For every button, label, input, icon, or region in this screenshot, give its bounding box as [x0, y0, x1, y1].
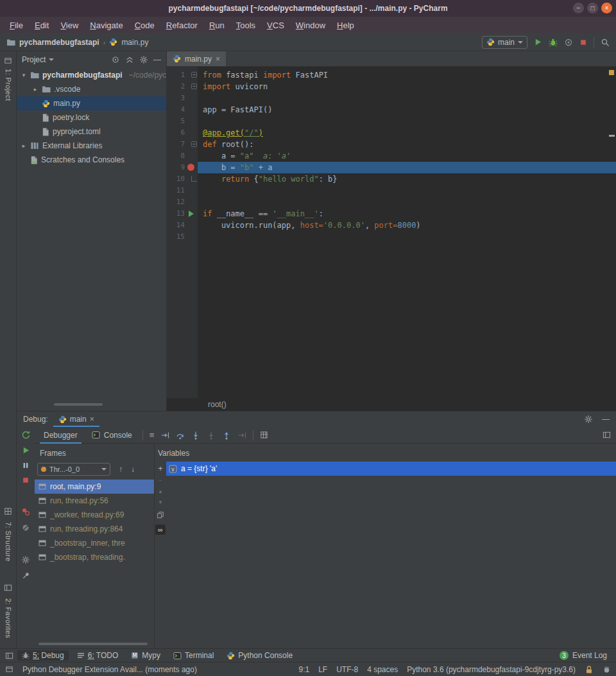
frame-item-run-threading-py-864[interactable]: run, threading.py:864 [35, 522, 154, 536]
debug-session-tab[interactable]: main × [53, 412, 99, 427]
fold-minus-icon[interactable]: − [191, 141, 197, 147]
inspection-status-marker[interactable] [609, 70, 614, 75]
code-text[interactable] [198, 196, 616, 208]
minimize-button[interactable]: − [573, 3, 584, 13]
toolwindow-button-terminal[interactable]: Terminal [169, 650, 218, 661]
project-toolwindow-icon[interactable] [4, 56, 12, 65]
tree-item-pycharmdebugfastapi[interactable]: ▾pycharmdebugfastapi~/code/pycharmdebugf… [17, 68, 166, 82]
gear-icon[interactable] [139, 55, 148, 64]
run-button[interactable] [534, 38, 542, 46]
gutter[interactable]: 9 [167, 162, 198, 173]
breadcrumb-project[interactable]: pycharmdebugfastapi [19, 38, 99, 47]
menu-refactor[interactable]: Refactor [160, 18, 203, 33]
tree-item-external-libraries[interactable]: ▸External Libraries [17, 139, 166, 153]
toolwindow-button-favorites[interactable]: 2: Favorites [4, 598, 12, 638]
layout-options-icon[interactable]: ≡ [150, 430, 155, 440]
chevron-right-icon[interactable]: ▸ [32, 86, 38, 92]
menu-view[interactable]: View [55, 18, 84, 33]
close-button[interactable]: × [601, 3, 612, 13]
pause-icon[interactable] [22, 462, 30, 469]
frame-item-bootstrap-inner-thre[interactable]: _bootstrap_inner, thre [35, 536, 154, 550]
menu-file[interactable]: File [4, 18, 29, 33]
collapse-all-icon[interactable] [125, 55, 134, 64]
pin-icon[interactable] [22, 571, 30, 580]
frames-horizontal-scrollbar[interactable] [38, 643, 148, 645]
gutter[interactable]: 12 [167, 196, 198, 208]
code-text[interactable]: if __name__ == '__main__': [198, 208, 616, 220]
run-to-cursor-icon[interactable] [237, 431, 246, 440]
menu-tools[interactable]: Tools [230, 18, 261, 33]
duplicate-watch-icon[interactable] [157, 511, 164, 519]
breakpoint-icon[interactable] [187, 164, 194, 171]
gutter[interactable]: 2− [167, 81, 198, 92]
code-text[interactable]: import uvicorn [198, 81, 616, 92]
debug-settings-icon[interactable] [21, 555, 30, 564]
toolwindow-button-structure[interactable]: 7: Structure [4, 522, 12, 562]
step-into-icon[interactable] [191, 431, 200, 440]
toggle-toolwindows-icon[interactable] [5, 665, 13, 673]
rerun-icon[interactable] [21, 430, 30, 439]
code-text[interactable] [198, 185, 616, 196]
gutter[interactable]: 13 [167, 208, 198, 220]
chevron-down-icon[interactable] [49, 58, 54, 61]
variable-item[interactable]: va = {str} 'a' [166, 462, 616, 476]
debug-button[interactable] [549, 38, 558, 47]
gutter[interactable]: 10 [167, 173, 198, 185]
project-panel-title[interactable]: Project [22, 55, 46, 64]
toolwindow-button-python-console[interactable]: Python Console [222, 650, 297, 661]
frame-item-root-main-py-9[interactable]: root, main.py:9 [35, 480, 154, 494]
stop-icon[interactable] [22, 476, 30, 484]
gutter[interactable]: 8 [167, 150, 198, 162]
code-text[interactable]: @app.get("/") [198, 127, 616, 139]
frame-item-worker-thread-py-69[interactable]: _worker, thread.py:69 [35, 508, 154, 522]
code-text[interactable] [198, 231, 616, 243]
status-message[interactable]: Python Debugger Extension Avail... (mome… [22, 665, 289, 674]
statusbar-widget-python-3-6-pycharmdebugfastapi-9cdjtyrg-py3-6[interactable]: Python 3.6 (pycharmdebugfastapi-9cdjtyrg… [407, 665, 576, 674]
hide-panel-icon[interactable]: — [153, 55, 161, 64]
gear-icon[interactable] [584, 415, 593, 424]
gutter[interactable]: 3 [167, 92, 198, 104]
show-execution-point-icon[interactable] [160, 431, 169, 440]
gutter[interactable]: 4 [167, 104, 198, 116]
gutter[interactable]: 7− [167, 139, 198, 150]
favorites-toolwindow-icon[interactable] [4, 584, 12, 592]
close-icon[interactable]: × [216, 55, 220, 63]
hide-panel-icon[interactable]: — [602, 415, 610, 424]
coverage-button[interactable] [564, 38, 573, 47]
run-configuration-select[interactable]: main [482, 36, 527, 49]
gutter[interactable]: 14 [167, 220, 198, 231]
remove-watch-icon[interactable]: − [159, 478, 162, 483]
view-breakpoints-icon[interactable] [21, 507, 30, 516]
toolwindow-button-mypy[interactable]: MMypy [126, 650, 165, 661]
code-text[interactable] [198, 116, 616, 127]
statusbar-widget-lf[interactable]: LF [318, 665, 327, 674]
structure-toolwindow-icon[interactable] [4, 507, 12, 516]
toolwindow-button-project[interactable]: 1: Project [4, 69, 12, 101]
menu-vcs[interactable]: VCS [261, 18, 290, 33]
menu-run[interactable]: Run [203, 18, 230, 33]
gutter[interactable]: 1− [167, 69, 198, 81]
lock-icon[interactable] [585, 665, 594, 674]
gutter[interactable]: 5 [167, 116, 198, 127]
toolwindow-button-5-debug[interactable]: 5: Debug [17, 650, 69, 661]
tree-item-vscode[interactable]: ▸.vscode [17, 82, 166, 96]
evaluate-expression-icon[interactable] [260, 431, 268, 439]
search-icon[interactable] [601, 38, 610, 47]
tree-item-pyproject-toml[interactable]: pyproject.toml [17, 125, 166, 139]
code-text[interactable]: b = "b" + a [198, 162, 616, 173]
tree-item-scratches-and-consoles[interactable]: Scratches and Consoles [17, 153, 166, 167]
close-icon[interactable]: × [90, 415, 94, 423]
locate-file-icon[interactable] [111, 55, 120, 64]
mute-breakpoints-icon[interactable] [21, 523, 30, 532]
code-text[interactable]: return {"hello world": b} [198, 173, 616, 185]
tab-console[interactable]: Console [88, 427, 136, 444]
gutter[interactable]: 11 [167, 185, 198, 196]
code-text[interactable]: a = "a" a: 'a' [198, 150, 616, 162]
fold-minus-icon[interactable]: − [191, 72, 197, 78]
chevron-right-icon[interactable]: ▸ [21, 143, 27, 149]
maximize-button[interactable]: □ [587, 3, 598, 13]
chevron-down-icon[interactable]: ▾ [21, 72, 27, 78]
run-arrow-icon[interactable] [189, 211, 194, 217]
code-text[interactable]: def root(): [198, 139, 616, 150]
gutter[interactable]: 15 [167, 231, 198, 243]
